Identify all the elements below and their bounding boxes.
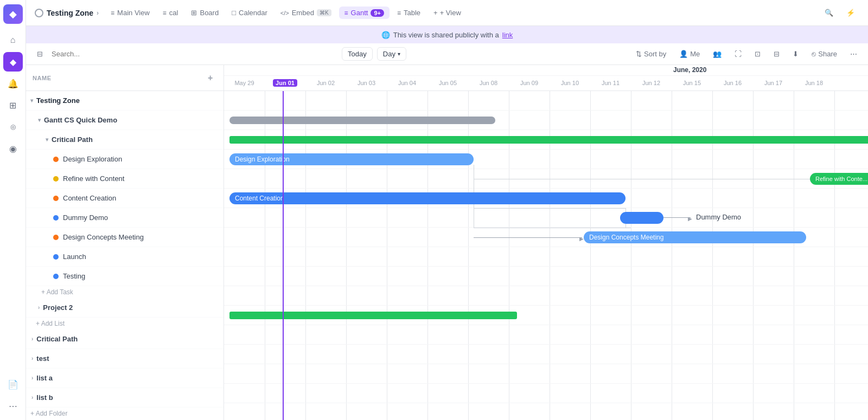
chevron-down-icon: ▾	[46, 137, 48, 143]
date-row: May 29 Jun 01 Jun 02 Jun 03 Jun 04 Jun 0…	[224, 76, 868, 91]
add-view-button[interactable]: + + View	[428, 7, 467, 19]
date-jun10: Jun 10	[550, 80, 590, 86]
more-options-icon[interactable]: ⋯	[3, 396, 23, 416]
group-testing-zone[interactable]: ▾ Testing Zone	[26, 91, 224, 111]
subgroup-project2[interactable]: › Project 2	[26, 298, 224, 318]
task-content-creation[interactable]: Content Creation	[26, 189, 224, 208]
section-critical-path-2[interactable]: › Critical Path	[26, 329, 224, 349]
lightning-button[interactable]: ⚡	[842, 7, 859, 19]
bar-dummy-demo[interactable]	[620, 212, 663, 224]
bell-icon[interactable]: 🔔	[3, 74, 23, 93]
filter-button[interactable]: ⊟	[33, 48, 47, 60]
home-icon[interactable]: ⌂	[3, 30, 23, 50]
today-button[interactable]: Today	[342, 47, 373, 61]
add-column-button[interactable]: +	[204, 72, 217, 85]
banner-link[interactable]: link	[502, 31, 513, 39]
gantt-row-dummy-demo: ▶ Dummy Demo	[224, 208, 868, 228]
tab-calendar[interactable]: □ Calendar	[226, 7, 273, 19]
people-button[interactable]: 👥	[709, 48, 726, 60]
collapse-button[interactable]: ⊡	[750, 48, 765, 60]
bar-critical-path[interactable]	[229, 136, 868, 144]
date-jun08: Jun 08	[468, 80, 509, 86]
sort-label: Sort by	[644, 50, 666, 58]
tab-board[interactable]: ⊞ Board	[186, 7, 224, 19]
search-icon[interactable]: ⊞	[3, 95, 23, 115]
task-dummy-demo[interactable]: Dummy Demo	[26, 208, 224, 228]
chevron-right-icon: ›	[31, 356, 33, 361]
fullscreen-button[interactable]: ⛶	[730, 48, 746, 60]
me-label: Me	[690, 50, 700, 58]
gantt-body[interactable]: Design Exploration	[224, 91, 868, 420]
tab-main-view[interactable]: ≡ Main View	[105, 7, 155, 19]
tab-table-label: Table	[404, 9, 420, 17]
task-testing[interactable]: Testing	[26, 267, 224, 286]
bar-design-concepts-meeting[interactable]: Design Concepts Meeting	[584, 231, 806, 243]
more-button[interactable]: ⋯	[846, 48, 861, 60]
inbox-icon[interactable]: 📄	[3, 374, 23, 394]
task-launch[interactable]: Launch	[26, 247, 224, 267]
subgroup-label: Gantt CS Quick Demo	[44, 116, 117, 124]
subgroup-gantt-demo[interactable]: ▾ Gantt CS Quick Demo	[26, 111, 224, 130]
share-button[interactable]: ⎋ Share	[807, 48, 841, 60]
search-input[interactable]	[52, 50, 117, 58]
plus-icon: +	[433, 9, 438, 17]
chevron-right-icon: ›	[31, 375, 33, 381]
workspace-title: Testing Zone ›	[35, 9, 99, 17]
gantt-row-list-b	[224, 403, 868, 420]
task-design-exploration[interactable]: Design Exploration	[26, 150, 224, 169]
date-jun03: Jun 03	[346, 80, 387, 86]
section-critical-path[interactable]: ▾ Critical Path	[26, 130, 224, 150]
day-button[interactable]: Day ▾	[377, 47, 406, 61]
chevron-right-icon: ›	[31, 336, 33, 342]
main-area: Testing Zone › ≡ Main View ≡ cal ⊞ Board…	[26, 0, 868, 420]
task-design-concepts-meeting[interactable]: Design Concepts Meeting	[26, 228, 224, 247]
bar-design-exploration[interactable]: Design Exploration	[229, 153, 474, 165]
chevron-right-icon: ›	[97, 9, 99, 17]
gantt-row-testing	[224, 267, 868, 286]
pulse-icon[interactable]: ◎	[3, 117, 23, 137]
goals-icon[interactable]: ◉	[3, 139, 23, 158]
main-view-icon: ≡	[111, 9, 114, 17]
gantt-icon: ≡	[344, 9, 348, 17]
tab-table[interactable]: ≡ Table	[392, 7, 426, 19]
bar-label: Content Creation	[235, 195, 284, 202]
search-button[interactable]: 🔍	[820, 7, 838, 19]
date-jun01: Jun 01	[265, 80, 305, 86]
gantt-row-content-creation: Content Creation	[224, 189, 868, 208]
tab-gantt-label: Gantt	[351, 9, 368, 17]
bar-content-creation[interactable]: Content Creation	[229, 192, 626, 204]
add-folder-button[interactable]: + Add Folder	[26, 408, 224, 419]
sidebar: ◆ ⌂ ◆ 🔔 ⊞ ◎ ◉ 📄 ⋯	[0, 0, 26, 420]
task-label: Testing	[63, 272, 85, 280]
bar-demo[interactable]	[229, 117, 495, 124]
task-refine-content[interactable]: Refine with Content	[26, 169, 224, 189]
filter2-button[interactable]: ⊟	[769, 48, 784, 60]
tab-gantt[interactable]: ≡ Gantt 9+	[339, 7, 390, 19]
tab-embed[interactable]: </> Embed ⌘K	[275, 7, 337, 19]
date-jun04: Jun 04	[387, 80, 427, 86]
add-list-button[interactable]: + Add List	[26, 318, 224, 329]
app-logo[interactable]: ◆	[3, 4, 23, 24]
name-column-label: NAME	[33, 75, 52, 81]
status-dot	[53, 215, 59, 221]
people-icon: 👥	[713, 50, 722, 58]
section-label: list b	[36, 393, 53, 402]
section-list-b[interactable]: › list b	[26, 388, 224, 408]
workspace-name-label: Testing Zone	[47, 9, 93, 17]
add-task-button[interactable]: + Add Task	[26, 286, 224, 298]
section-label: test	[36, 354, 49, 363]
sort-by-button[interactable]: ⇅ Sort by	[631, 48, 671, 60]
chevron-down-icon: ▾	[398, 51, 400, 57]
section-list-a[interactable]: › list a	[26, 369, 224, 388]
status-dot	[53, 157, 59, 162]
left-panel: NAME + ▾ Testing Zone ▾ Gantt CS Quick D…	[26, 65, 224, 420]
clickup-icon[interactable]: ◆	[3, 52, 23, 72]
section-test[interactable]: › test	[26, 349, 224, 369]
tab-cal[interactable]: ≡ cal	[157, 7, 184, 19]
bar-project2[interactable]	[229, 312, 517, 319]
download-button[interactable]: ⬇	[788, 48, 803, 60]
share-icon: ⎋	[812, 50, 816, 58]
bar-refine[interactable]: Refine with Conte...	[810, 173, 868, 185]
gantt-row-test-section	[224, 364, 868, 384]
me-button[interactable]: 👤 Me	[675, 48, 704, 60]
